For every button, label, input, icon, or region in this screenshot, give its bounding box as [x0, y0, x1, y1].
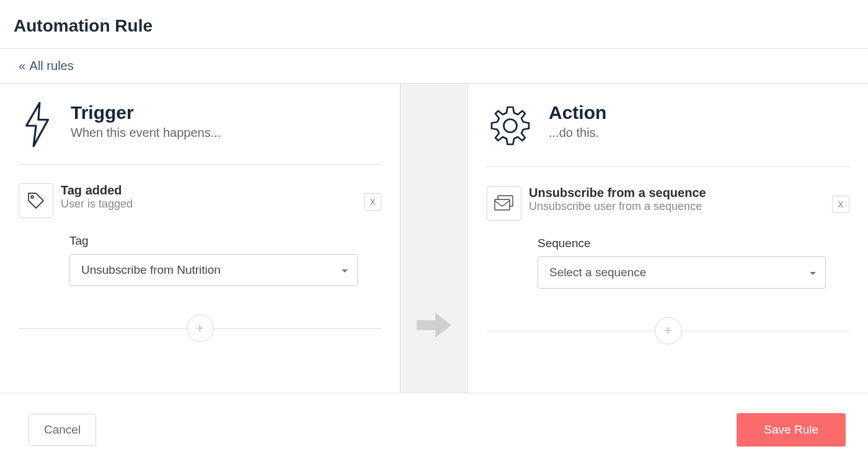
- trigger-card: Tag added User is tagged X: [19, 183, 381, 218]
- action-subtitle: ...do this.: [549, 126, 606, 140]
- lightning-icon: [19, 102, 56, 147]
- column-divider: [400, 84, 468, 393]
- tag-field-label: Tag: [69, 234, 381, 248]
- arrow-right-icon: [417, 313, 451, 340]
- trigger-subtitle: When this event happens...: [71, 126, 221, 140]
- svg-rect-3: [495, 199, 510, 210]
- action-title: Action: [549, 102, 606, 123]
- svg-point-1: [504, 120, 517, 133]
- back-to-rules-link[interactable]: « All rules: [19, 59, 74, 72]
- main-content: Trigger When this event happens... Tag a…: [0, 84, 868, 393]
- save-rule-button[interactable]: Save Rule: [737, 413, 846, 447]
- caret-down-icon: [809, 266, 817, 279]
- trigger-add-divider: +: [19, 315, 381, 342]
- svg-point-0: [31, 196, 33, 198]
- action-card-subtitle: Unsubscribe user from a sequence: [529, 200, 849, 213]
- gear-icon: [487, 102, 534, 149]
- tag-select-value: Unsubscribe from Nutrition: [81, 263, 221, 277]
- back-link-label: All rules: [30, 59, 74, 72]
- action-add-divider: +: [487, 317, 849, 344]
- trigger-header: Trigger When this event happens...: [19, 102, 381, 165]
- action-column: Action ...do this. Unsubscribe from a se…: [468, 84, 868, 393]
- sequence-select[interactable]: Select a sequence: [538, 256, 826, 289]
- caret-down-icon: [341, 263, 348, 277]
- chevron-left-icon: «: [19, 59, 24, 72]
- sequence-field-label: Sequence: [538, 237, 849, 250]
- action-sequence-field: Sequence Select a sequence: [487, 237, 849, 289]
- action-card-title: Unsubscribe from a sequence: [529, 186, 849, 200]
- action-card: Unsubscribe from a sequence Unsubscribe …: [487, 186, 849, 220]
- action-header: Action ...do this.: [487, 102, 849, 167]
- trigger-card-title: Tag added: [61, 183, 381, 198]
- page-title: Automation Rule: [0, 0, 868, 48]
- tag-select[interactable]: Unsubscribe from Nutrition: [69, 254, 358, 286]
- remove-action-button[interactable]: X: [832, 196, 849, 213]
- breadcrumb: « All rules: [0, 48, 868, 84]
- trigger-card-subtitle: User is tagged: [61, 198, 381, 211]
- sequence-select-placeholder: Select a sequence: [549, 266, 646, 279]
- cancel-button[interactable]: Cancel: [29, 414, 96, 446]
- trigger-title: Trigger: [71, 102, 221, 123]
- remove-trigger-button[interactable]: X: [364, 193, 381, 211]
- trigger-tag-field: Tag Unsubscribe from Nutrition: [19, 234, 381, 286]
- tag-icon: [19, 183, 53, 218]
- envelope-icon: [487, 186, 521, 220]
- trigger-column: Trigger When this event happens... Tag a…: [0, 84, 400, 393]
- add-trigger-button[interactable]: +: [187, 315, 214, 342]
- footer: Cancel Save Rule: [0, 393, 868, 466]
- add-action-button[interactable]: +: [655, 317, 682, 344]
